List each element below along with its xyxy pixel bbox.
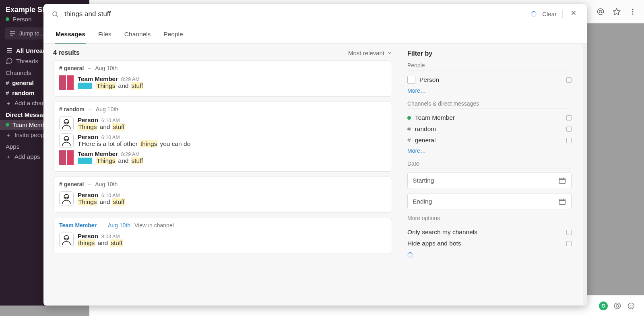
filter-more-people[interactable]: More… xyxy=(407,86,572,96)
message-text: Things and stuff xyxy=(78,157,386,164)
highlight: stuff xyxy=(112,123,125,131)
filter-people-header: People xyxy=(407,62,572,71)
filter-only-my-channels[interactable]: Only search my channels xyxy=(407,227,572,238)
date-end-input[interactable]: Ending xyxy=(407,193,572,210)
calendar-icon xyxy=(558,177,566,185)
search-result-message[interactable]: Person6:10 AMThings and stuff xyxy=(59,115,386,132)
checkbox[interactable] xyxy=(566,77,572,83)
close-search-button[interactable] xyxy=(568,8,579,19)
filter-more-channels[interactable]: More… xyxy=(407,146,572,156)
result-card: Team Member–Aug 10thView in channelPerso… xyxy=(53,218,392,254)
clear-search-button[interactable]: Clear xyxy=(542,10,557,17)
chevron-down-icon xyxy=(387,50,392,56)
message-time: 8:29 AM xyxy=(121,152,140,157)
view-in-channel-link[interactable]: View in channel xyxy=(134,222,174,229)
search-result-message[interactable]: Person8:03 AMthings and stuff xyxy=(59,231,386,248)
result-channel[interactable]: # general xyxy=(59,65,84,71)
highlight: Things xyxy=(96,82,116,89)
checkbox[interactable] xyxy=(566,127,572,132)
filter-channel-general[interactable]: #general xyxy=(407,135,572,146)
hash-icon: # xyxy=(407,125,411,133)
filter-option-label: Hide apps and bots xyxy=(407,240,461,247)
filter-dm-teammember[interactable]: Team Member xyxy=(407,112,572,123)
message-text: Things and stuff xyxy=(78,123,386,131)
date-start-input[interactable]: Starting xyxy=(407,172,572,189)
presence-dot-icon xyxy=(407,116,411,120)
message-time: 8:29 AM xyxy=(121,77,140,82)
message-time: 6:10 AM xyxy=(101,193,120,198)
message-time: 6:10 AM xyxy=(101,118,120,123)
highlight: stuff xyxy=(131,82,143,89)
highlight: Things xyxy=(96,157,116,164)
results-column: 4 results Most relevant # general–Aug 10… xyxy=(43,44,402,306)
checkbox[interactable] xyxy=(566,138,572,143)
loading-spinner-icon xyxy=(407,252,413,258)
tab-files[interactable]: Files xyxy=(97,28,112,43)
tab-people[interactable]: People xyxy=(163,28,184,43)
team-avatar-icon xyxy=(59,150,74,165)
filter-options-header: More options xyxy=(407,215,572,223)
image-thumbnail[interactable] xyxy=(78,83,92,89)
person-avatar-icon xyxy=(59,133,74,148)
message-text: Things and stuff xyxy=(78,198,386,206)
calendar-icon xyxy=(558,198,566,206)
message-text: THere is a lot of other things you can d… xyxy=(78,140,386,148)
divider xyxy=(562,10,563,19)
checkbox[interactable] xyxy=(566,230,572,235)
checkbox[interactable] xyxy=(566,115,572,121)
result-count: 4 results xyxy=(53,49,80,56)
filter-column: Filter by People Person More… Channels &… xyxy=(402,44,583,306)
search-tabs: Messages Files Channels People xyxy=(43,24,587,44)
search-result-message[interactable]: Team Member8:29 AMThings and stuff xyxy=(59,74,386,91)
svg-point-12 xyxy=(64,194,68,199)
highlight: Things xyxy=(78,198,97,206)
tab-messages[interactable]: Messages xyxy=(55,28,86,44)
search-body: 4 results Most relevant # general–Aug 10… xyxy=(43,44,587,306)
message-author[interactable]: Person xyxy=(78,233,98,239)
filter-channel-label: Team Member xyxy=(415,114,455,121)
result-date[interactable]: Aug 10th xyxy=(108,222,130,229)
date-end-label: Ending xyxy=(413,198,432,205)
message-author[interactable]: Person xyxy=(78,116,98,123)
tab-channels[interactable]: Channels xyxy=(124,28,152,43)
filter-date-header: Date xyxy=(407,160,572,169)
date-start-label: Starting xyxy=(413,177,434,184)
loading-spinner-icon xyxy=(531,11,537,17)
message-author[interactable]: Team Member xyxy=(78,75,118,82)
result-channel[interactable]: # random xyxy=(59,106,85,112)
message-time: 8:03 AM xyxy=(101,234,120,239)
message-text: Things and stuff xyxy=(78,82,386,89)
filter-channel-random[interactable]: #random xyxy=(407,123,572,135)
message-author[interactable]: Team Member xyxy=(78,150,118,157)
svg-rect-15 xyxy=(559,199,566,204)
message-author[interactable]: Person xyxy=(78,191,98,198)
checkbox[interactable] xyxy=(566,241,572,246)
highlight: things xyxy=(140,140,157,148)
search-result-message[interactable]: Person6:10 AMTHere is a lot of other thi… xyxy=(59,132,386,149)
search-icon xyxy=(52,10,59,18)
search-input[interactable] xyxy=(64,10,525,18)
result-card: # general–Aug 10thTeam Member8:29 AMThin… xyxy=(53,60,392,97)
search-result-message[interactable]: Team Member8:29 AMThings and stuff xyxy=(59,149,386,166)
highlight: Things xyxy=(78,123,97,131)
highlight: things xyxy=(78,239,95,247)
person-avatar-icon xyxy=(59,191,74,206)
dm-name[interactable]: Team Member xyxy=(59,222,97,229)
search-modal: Clear Messages Files Channels People 4 r… xyxy=(43,4,587,306)
filter-channel-label: random xyxy=(415,125,436,133)
sort-dropdown[interactable]: Most relevant xyxy=(348,50,392,56)
filter-person[interactable]: Person xyxy=(407,74,572,86)
result-date: Aug 10th xyxy=(95,65,118,71)
image-thumbnail[interactable] xyxy=(78,158,92,164)
svg-point-9 xyxy=(53,12,57,16)
highlight: stuff xyxy=(131,157,143,164)
message-author[interactable]: Person xyxy=(78,133,98,140)
search-result-message[interactable]: Person6:10 AMThings and stuff xyxy=(59,190,386,207)
scrollbar[interactable] xyxy=(583,44,587,306)
message-text: things and stuff xyxy=(78,239,386,247)
filter-hide-apps-bots[interactable]: Hide apps and bots xyxy=(407,238,572,249)
result-card: # random–Aug 10thPerson6:10 AMThings and… xyxy=(53,102,392,172)
result-channel[interactable]: # general xyxy=(59,181,84,187)
sort-label: Most relevant xyxy=(348,50,384,56)
highlight: stuff xyxy=(110,239,123,247)
